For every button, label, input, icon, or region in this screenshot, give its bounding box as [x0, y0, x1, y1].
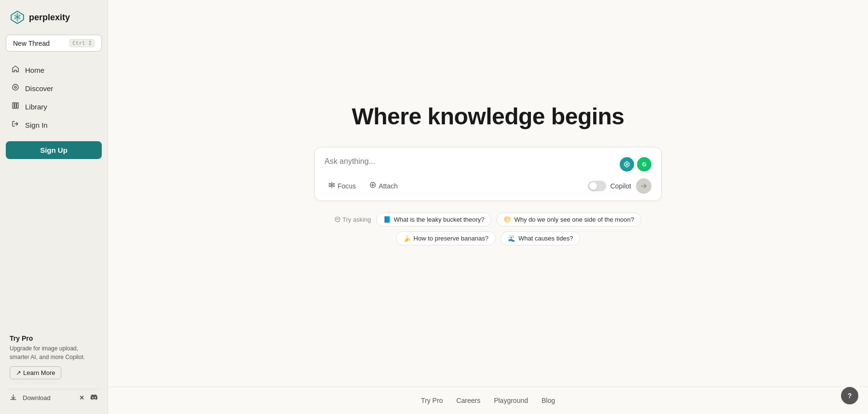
suggestions-area: Try asking 📘 What is the leaky bucket th… — [335, 213, 641, 245]
chip-emoji: 🌊 — [508, 235, 515, 242]
sidebar-item-library[interactable]: Library — [6, 98, 102, 115]
focus-icon — [328, 182, 335, 190]
svg-point-0 — [13, 84, 18, 90]
chip-text: Why do we only see one side of the moon? — [514, 216, 634, 223]
suggestion-chip-bananas[interactable]: 🍌 How to preserve bananas? — [396, 231, 496, 245]
attach-icon — [369, 182, 376, 190]
footer-link-blog[interactable]: Blog — [542, 397, 555, 404]
attach-label: Attach — [379, 182, 398, 190]
download-label[interactable]: Download — [23, 394, 51, 401]
new-thread-shortcut: Ctrl I — [69, 39, 95, 47]
svg-rect-3 — [15, 103, 16, 108]
search-actions-right: Copilot — [588, 178, 651, 194]
sidebar-item-home[interactable]: Home — [6, 61, 102, 79]
svg-point-6 — [335, 217, 340, 222]
chip-emoji: 📘 — [383, 216, 391, 223]
suggestion-chip-moon[interactable]: 🌕 Why do we only see one side of the moo… — [496, 213, 641, 227]
home-label: Home — [25, 66, 44, 74]
svg-point-1 — [14, 86, 16, 88]
main-content: Where knowledge begins G — [108, 0, 868, 414]
discover-icon — [11, 83, 20, 93]
footer-link-try-pro[interactable]: Try Pro — [421, 397, 443, 404]
main-heading: Where knowledge begins — [352, 103, 624, 130]
home-icon — [11, 65, 20, 75]
chip-text: How to preserve bananas? — [414, 235, 488, 242]
grammarly-icon-btn[interactable]: G — [637, 157, 651, 172]
center-area: Where knowledge begins G — [108, 0, 868, 387]
main-footer: Try Pro Careers Playground Blog — [108, 387, 868, 414]
suggestions-row2: 🍌 How to preserve bananas? 🌊 What causes… — [396, 231, 581, 245]
sidebar-item-discover[interactable]: Discover — [6, 80, 102, 97]
submit-button[interactable] — [636, 178, 651, 194]
copilot-label: Copilot — [610, 182, 631, 190]
x-icon[interactable]: ✕ — [79, 394, 84, 401]
suggestion-chip-leaky-bucket[interactable]: 📘 What is the leaky bucket theory? — [376, 213, 492, 227]
svg-rect-4 — [17, 103, 18, 108]
chip-emoji: 🌕 — [503, 216, 511, 223]
try-pro-title: Try Pro — [10, 334, 98, 342]
copilot-toggle: Copilot — [588, 181, 631, 191]
perplexity-logo-icon — [10, 10, 25, 25]
help-button[interactable]: ? — [841, 387, 858, 404]
footer-link-careers[interactable]: Careers — [456, 397, 480, 404]
sidebar: perplexity New Thread Ctrl I Home Discov… — [0, 0, 108, 414]
discover-label: Discover — [25, 84, 53, 93]
search-actions-left: Focus Attach — [325, 180, 402, 192]
search-icons-right: G — [620, 157, 651, 172]
svg-rect-2 — [13, 103, 14, 108]
suggestion-chip-tides[interactable]: 🌊 What causes tides? — [501, 231, 580, 245]
library-icon — [11, 102, 20, 111]
focus-button[interactable]: Focus — [325, 180, 360, 192]
toggle-knob — [589, 182, 597, 190]
chip-emoji: 🍌 — [403, 235, 411, 242]
learn-more-button[interactable]: ↗ Learn More — [10, 366, 61, 379]
search-box: G Focus Attach — [314, 147, 662, 201]
discord-icon[interactable] — [90, 393, 98, 402]
sign-up-button[interactable]: Sign Up — [6, 141, 102, 159]
sidebar-item-signin[interactable]: Sign In — [6, 116, 102, 134]
search-input-row: G — [325, 157, 651, 172]
try-asking-row: Try asking 📘 What is the leaky bucket th… — [335, 213, 641, 227]
signin-icon — [11, 120, 20, 130]
copilot-toggle-switch[interactable] — [588, 181, 606, 191]
try-pro-description: Upgrade for image upload, smarter AI, an… — [10, 344, 98, 361]
learn-more-arrow-icon: ↗ — [16, 369, 21, 376]
search-input[interactable] — [325, 157, 620, 166]
learn-more-label: Learn More — [23, 369, 55, 376]
try-asking-label: Try asking — [335, 216, 371, 223]
logo-text: perplexity — [29, 13, 70, 23]
logo: perplexity — [6, 8, 102, 27]
search-bottom-row: Focus Attach Copilot — [325, 178, 651, 194]
new-thread-button[interactable]: New Thread Ctrl I — [6, 35, 102, 52]
sidebar-footer: Download ✕ — [6, 389, 102, 406]
focus-label: Focus — [338, 182, 356, 190]
perplexity-icon-btn[interactable] — [620, 157, 634, 172]
sidebar-nav: Home Discover Library Sign In — [6, 61, 102, 134]
attach-button[interactable]: Attach — [366, 180, 402, 192]
try-pro-section: Try Pro Upgrade for image upload, smarte… — [6, 329, 102, 385]
new-thread-label: New Thread — [13, 40, 50, 47]
signin-label: Sign In — [25, 121, 48, 129]
footer-link-playground[interactable]: Playground — [494, 397, 528, 404]
chip-text: What causes tides? — [518, 235, 573, 242]
download-icon — [10, 394, 17, 402]
chip-text: What is the leaky bucket theory? — [394, 216, 485, 223]
library-label: Library — [25, 103, 47, 111]
